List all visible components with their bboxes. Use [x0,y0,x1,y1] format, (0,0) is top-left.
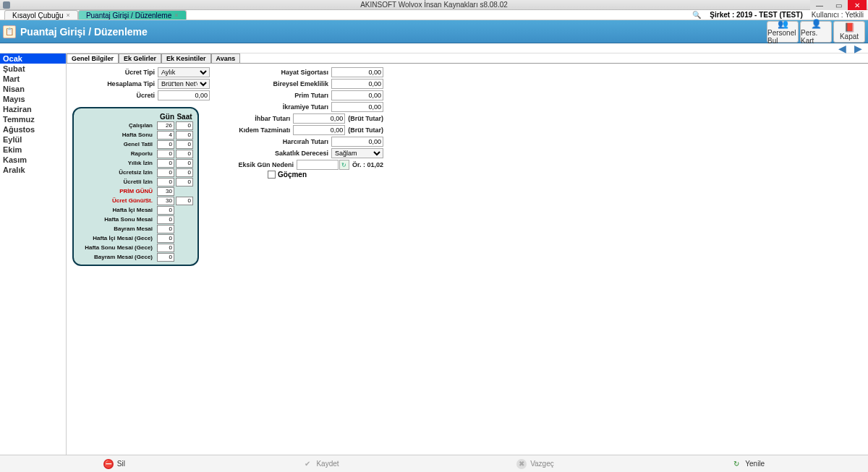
personel-bul-button[interactable]: 👥Personel Bul [767,21,799,43]
sub-tab[interactable]: Ek Gelirler [119,53,161,63]
attendance-label: Yıllık İzin [78,160,156,166]
ucret-tipi-label: Ücret Tipi [72,69,158,76]
attendance-label: Hafta Sonu Mesai (Gece) [78,244,156,251]
attendance-saat-input[interactable] [176,197,193,205]
month-item[interactable]: Ekim [0,145,66,155]
tab-puantaj[interactable]: Puantaj Girişi / Düzenleme × [78,10,187,20]
attendance-gun-input[interactable] [157,187,174,196]
field-label: İhbar Tutarı [224,115,293,122]
pers-kart-button[interactable]: 👤Pers. Kart [800,21,832,43]
field-input[interactable] [331,79,383,89]
attendance-label: Hafta Sonu Mesai [78,216,156,223]
month-item[interactable]: Ağustos [0,124,66,134]
attendance-gun-input[interactable] [157,168,174,177]
field-input[interactable] [293,113,345,124]
ucreti-input[interactable] [158,90,210,100]
field-input[interactable] [293,125,345,135]
month-item[interactable]: Aralık [0,165,66,175]
month-item[interactable]: Ocak [0,53,66,64]
attendance-gun-input[interactable] [157,234,174,243]
field-label: Eksik Gün Nedeni [224,161,297,168]
gocmen-checkbox[interactable] [268,171,276,179]
month-item[interactable]: Şubat [0,64,66,74]
month-item[interactable]: Nisan [0,84,66,94]
attendance-gun-input[interactable] [157,131,174,140]
attendance-row: Ücret Günü/St. [78,196,193,205]
attendance-saat-input[interactable] [176,131,193,140]
month-item[interactable]: Eylül [0,134,66,145]
cancel-button[interactable]: ✖Vazgeç [516,459,554,469]
ucret-tipi-select[interactable]: Aylık [158,67,210,77]
search-icon[interactable]: 🔍 [692,11,701,19]
nav-row: ◀ ▶ [0,43,868,53]
gocmen-label: Göçmen [278,171,307,179]
attendance-saat-input[interactable] [176,168,193,177]
window-maximize-button[interactable]: ▭ [829,0,848,10]
attendance-row: Çalışılan [78,121,193,130]
tab-label: Kısayol Çubuğu [12,12,64,20]
attendance-row: Hafta İçi Mesai (Gece) [78,233,193,243]
attendance-gun-input[interactable] [157,140,174,149]
company-label: Şirket : 2019 - TEST (TEST) [710,11,802,19]
save-button[interactable]: ✔Kaydet [302,459,339,469]
month-item[interactable]: Kasım [0,155,66,165]
month-item[interactable]: Temmuz [0,114,66,124]
attendance-saat-input[interactable] [176,140,193,149]
eksik-gun-input[interactable] [297,160,339,170]
attendance-gun-input[interactable] [157,215,174,224]
form-field-row: Eksik Gün Nedeni↻Ör. : 01,02 [224,159,383,171]
nav-next-button[interactable]: ▶ [852,43,864,54]
sub-tab[interactable]: Ek Kesintiler [161,53,211,63]
window-controls: — ▭ ✕ [810,0,867,10]
month-item[interactable]: Haziran [0,104,66,114]
sub-tab[interactable]: Avans [211,53,241,63]
tab-shortcut-bar[interactable]: Kısayol Çubuğu × [4,10,78,20]
hesaplama-tipi-select[interactable]: Brüt'ten Net'e [158,79,210,89]
document-tabs: Kısayol Çubuğu × Puantaj Girişi / Düzenl… [4,10,187,20]
attendance-saat-input[interactable] [176,178,193,186]
field-input[interactable] [331,137,383,147]
kapat-button[interactable]: 📕Kapat [833,21,865,43]
window-minimize-button[interactable]: — [810,0,829,10]
refresh-icon: ↻ [731,459,741,469]
attendance-gun-input[interactable] [157,197,174,205]
field-input[interactable] [331,67,383,77]
month-item[interactable]: Mart [0,74,66,84]
app-icon [3,1,10,9]
tab-close-icon[interactable]: × [174,12,178,19]
attendance-label: Raporlu [78,150,156,157]
attendance-gun-input[interactable] [157,159,174,168]
attendance-gun-input[interactable] [157,206,174,215]
attendance-row: Hafta Sonu Mesai [78,215,193,224]
delete-button[interactable]: ⛔Sil [103,459,125,469]
field-label: Kıdem Tazminatı [224,126,293,134]
attendance-gun-input[interactable] [157,178,174,186]
form-field-row: Prim Tutarı [224,90,383,101]
attendance-saat-input[interactable] [176,159,193,168]
month-item[interactable]: Mayıs [0,94,66,104]
attendance-row: Yıllık İzin [78,158,193,168]
attendance-row: Bayram Mesai (Gece) [78,252,193,262]
attendance-header: Gün Saat [78,113,193,121]
attendance-gun-input[interactable] [157,225,174,233]
nav-prev-button[interactable]: ◀ [836,43,848,54]
field-select[interactable]: Sağlam [331,148,383,158]
refresh-button[interactable]: ↻Yenile [731,459,765,469]
field-label: Bireysel Emeklilik [224,80,331,87]
attendance-gun-input[interactable] [157,150,174,158]
attendance-box: Gün Saat ÇalışılanHafta SonuGenel TatilR… [72,107,199,266]
attendance-gun-input[interactable] [157,121,174,130]
attendance-row: Genel Tatil [78,140,193,149]
window-close-button[interactable]: ✕ [848,0,867,10]
attendance-gun-input[interactable] [157,253,174,262]
attendance-saat-input[interactable] [176,121,193,130]
sub-tab[interactable]: Genel Bilgiler [67,53,119,63]
field-input[interactable] [331,102,383,112]
field-input[interactable] [331,90,383,100]
attendance-gun-input[interactable] [157,244,174,252]
field-label: İkramiye Tutarı [224,103,331,111]
attendance-saat-input[interactable] [176,150,193,158]
sub-tab-strip: Genel BilgilerEk GelirlerEk KesintilerAv… [67,53,868,64]
eksik-gun-lookup-button[interactable]: ↻ [339,160,349,170]
tab-close-icon[interactable]: × [67,12,70,19]
